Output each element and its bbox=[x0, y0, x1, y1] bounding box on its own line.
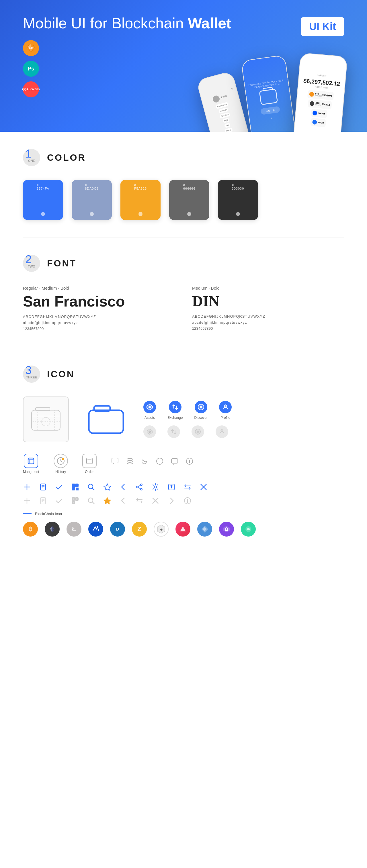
din-name: DIN bbox=[192, 293, 344, 310]
svg-line-66 bbox=[138, 488, 140, 489]
tab-order: Order bbox=[82, 454, 96, 474]
font-section-header: 2 TWO FONT bbox=[23, 255, 344, 272]
info-icon-gray bbox=[184, 497, 192, 506]
nav-icons-container: Assets Exchange bbox=[143, 401, 344, 438]
svg-point-38 bbox=[157, 458, 163, 464]
crypto-decred-icon bbox=[241, 522, 256, 536]
icon-wireframe-box bbox=[23, 397, 69, 442]
management-label: Mangment bbox=[23, 470, 39, 474]
misc-icons-row bbox=[111, 457, 194, 474]
din-uppercase: ABCDEFGHIJKLMNOPQRSTUVWXYZ bbox=[192, 314, 344, 318]
qr-icon-gray bbox=[71, 497, 79, 506]
exchange-icon bbox=[169, 401, 181, 413]
color-swatch-slate: #8DA0C8 bbox=[72, 180, 112, 220]
order-icon bbox=[82, 454, 96, 468]
svg-point-15 bbox=[149, 406, 150, 408]
hero-badges: Sk Ps 60+Screens bbox=[23, 40, 39, 97]
tab-icons-row: Mangment ! History bbox=[23, 454, 344, 474]
svg-point-20 bbox=[149, 431, 150, 433]
crypto-nano-icon bbox=[197, 522, 212, 536]
color-swatches: #3574FA #8DA0C8 #F5A623 #666666 #303030 bbox=[23, 180, 344, 220]
crypto-btc-icon: ₿ bbox=[23, 522, 38, 536]
layers-icon bbox=[126, 457, 134, 466]
svg-marker-61 bbox=[104, 484, 111, 490]
moon-icon bbox=[141, 457, 149, 466]
x-icon-gray bbox=[151, 497, 160, 506]
crypto-ark-icon bbox=[175, 522, 190, 536]
svg-line-60 bbox=[92, 488, 94, 490]
count-badge: 60+Screens bbox=[23, 81, 39, 97]
phone-center: Characters may be mastered in the game m… bbox=[241, 55, 297, 132]
phone-mockups: ⚙ Profile Management Message Rate Card N… bbox=[204, 52, 344, 132]
color-swatch-gray: #666666 bbox=[169, 180, 209, 220]
blockchain-line bbox=[23, 513, 32, 514]
color-swatch-blue: #3574FA bbox=[23, 180, 63, 220]
svg-marker-103 bbox=[223, 526, 230, 532]
receipt-icon bbox=[39, 483, 47, 492]
nav-icons-top: Assets Exchange bbox=[143, 401, 344, 420]
svg-rect-83 bbox=[76, 498, 78, 500]
blockchain-label-row: BlockChain Icon bbox=[23, 512, 344, 516]
din-lowercase: abcdefghijklmnopqrstuvwxyz bbox=[192, 320, 344, 324]
color-section-header: 1 ONE COLOR bbox=[23, 149, 344, 166]
tools-row-gray bbox=[23, 497, 344, 506]
svg-marker-87 bbox=[104, 498, 111, 504]
search-icon bbox=[87, 483, 95, 492]
sketch-badge: Sk bbox=[23, 40, 39, 56]
sf-uppercase: ABCDEFGHIJKLMNOPQRSTUVWXYZ bbox=[23, 314, 175, 319]
history-label: History bbox=[55, 470, 66, 474]
font-grid: Regular · Medium · Bold San Francisco AB… bbox=[23, 286, 344, 331]
tab-management: Mangment bbox=[23, 454, 39, 474]
svg-line-29 bbox=[61, 461, 62, 462]
icon-section: 3 THREE ICON bbox=[0, 348, 367, 554]
color-section-number: 1 ONE bbox=[23, 149, 40, 166]
svg-point-37 bbox=[127, 458, 133, 461]
svg-rect-58 bbox=[77, 489, 78, 490]
font-din: Medium · Bold DIN ABCDEFGHIJKLMNOPQRSTUV… bbox=[192, 286, 344, 331]
font-section-title: FONT bbox=[47, 258, 77, 269]
hero-section: Mobile UI for Blockchain Wallet UI Kit S… bbox=[0, 0, 367, 132]
receipt-icon-gray bbox=[39, 497, 47, 506]
svg-rect-54 bbox=[73, 488, 74, 490]
svg-point-63 bbox=[137, 486, 138, 488]
close-icon bbox=[200, 483, 207, 492]
profile-svg bbox=[222, 404, 229, 410]
hero-title: Mobile UI for Blockchain Wallet bbox=[23, 14, 344, 32]
svg-rect-52 bbox=[73, 485, 74, 486]
assets-icon-gray bbox=[143, 425, 156, 438]
sf-lowercase: abcdefghijklmnopqrstuvwxyz bbox=[23, 320, 175, 325]
chevron-left-icon-gray bbox=[119, 497, 127, 506]
svg-rect-75 bbox=[40, 498, 46, 504]
discover-icon bbox=[195, 401, 207, 413]
history-icon: ! bbox=[54, 454, 68, 468]
exchange-svg bbox=[172, 404, 179, 410]
assets-label: Assets bbox=[144, 416, 155, 420]
sf-numbers: 1234567890 bbox=[23, 327, 175, 331]
discover-icon-gray bbox=[192, 425, 204, 438]
svg-text:!: ! bbox=[63, 458, 63, 460]
qr-icon bbox=[71, 483, 79, 492]
profile-label: Profile bbox=[221, 416, 230, 420]
din-numbers: 1234567890 bbox=[192, 326, 344, 331]
nav-icon-profile-gray bbox=[216, 425, 228, 438]
svg-rect-39 bbox=[171, 459, 178, 463]
nav-icons-gray bbox=[143, 425, 344, 438]
crypto-ltc-icon: Ł bbox=[66, 522, 81, 536]
svg-marker-94 bbox=[52, 526, 55, 530]
assets-svg bbox=[146, 404, 153, 410]
svg-point-23 bbox=[221, 430, 223, 432]
svg-point-85 bbox=[88, 498, 93, 502]
chevron-right-icon-gray bbox=[167, 497, 175, 506]
nav-icon-discover-gray bbox=[192, 425, 204, 438]
svg-rect-84 bbox=[73, 502, 74, 503]
svg-rect-53 bbox=[76, 485, 78, 486]
search-icon-gray bbox=[87, 497, 95, 506]
svg-marker-95 bbox=[50, 529, 52, 532]
color-swatch-dark: #303030 bbox=[218, 180, 258, 220]
crypto-eth-icon bbox=[45, 522, 60, 536]
blue-wallet-svg bbox=[86, 403, 126, 435]
ui-kit-badge: UI Kit bbox=[301, 17, 344, 36]
star-icon bbox=[103, 483, 111, 492]
share-icon bbox=[135, 483, 143, 492]
sketch-icon: Sk bbox=[26, 43, 36, 53]
